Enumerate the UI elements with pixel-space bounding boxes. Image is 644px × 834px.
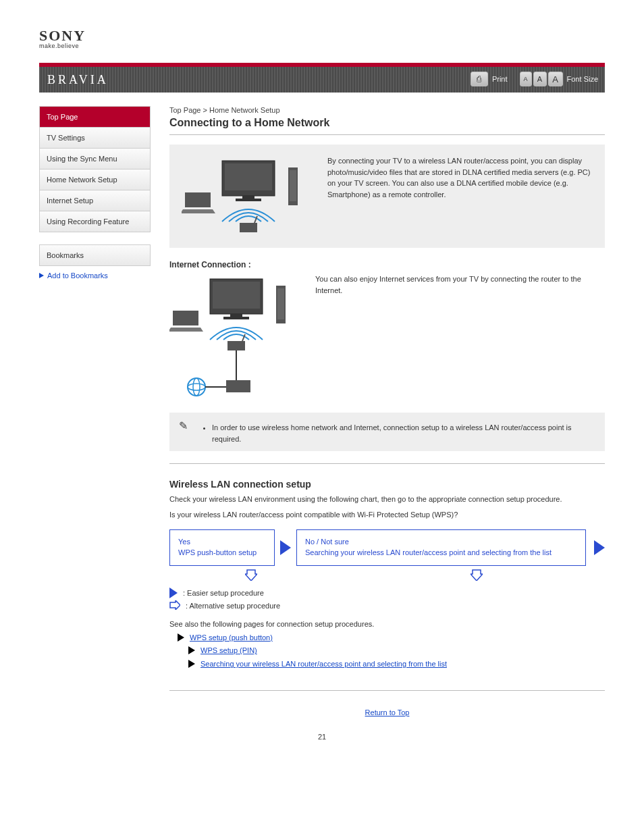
setup-intro: See also the following pages for connect…	[169, 618, 605, 631]
sidebar-item-internet-setup[interactable]: Internet Setup	[40, 190, 150, 211]
setup-link-wps-pin[interactable]: WPS setup (PIN)	[188, 644, 605, 658]
note-text: In order to use wireless home network an…	[212, 422, 595, 444]
print-button[interactable]: ⎙	[471, 72, 488, 86]
brand-logo: SONY make.believe	[39, 27, 605, 49]
divider	[169, 134, 605, 135]
setup-links: See also the following pages for connect…	[169, 618, 605, 671]
arrow-outline-icon	[169, 600, 180, 611]
svg-marker-27	[471, 570, 483, 581]
bookmarks-box[interactable]: Bookmarks	[39, 244, 151, 266]
setup-link-search-label: Searching your wireless LAN router/acces…	[200, 658, 447, 671]
page-number: 21	[39, 733, 605, 741]
wireless-setup-title: Wireless LAN connection setup	[169, 479, 605, 490]
svg-rect-4	[242, 196, 254, 199]
return-to-top-link[interactable]: Return to Top	[365, 708, 410, 716]
flow-box-no-l1: No / Not sure	[305, 537, 577, 548]
svg-rect-25	[226, 380, 250, 392]
breadcrumb: Top Page > Home Network Setup	[169, 106, 605, 114]
flow-box-yes-l1: Yes	[178, 537, 266, 548]
svg-rect-13	[213, 282, 260, 309]
home-network-panel: By connecting your TV to a wireless LAN …	[169, 145, 605, 248]
sidebar-item-tv-settings[interactable]: TV Settings	[40, 128, 150, 149]
add-bookmark-link[interactable]: Add to Bookmarks	[39, 271, 151, 280]
font-size-medium[interactable]: A	[533, 72, 547, 86]
setup-link-wps-push-label: WPS setup (push button)	[190, 631, 273, 645]
home-network-diagram	[182, 155, 317, 238]
print-group: ⎙ Print	[471, 72, 508, 86]
svg-marker-28	[170, 600, 180, 610]
font-size-label: Font Size	[567, 75, 598, 83]
flow-box-yes[interactable]: Yes WPS push-button setup	[169, 529, 275, 566]
flow-box-no[interactable]: No / Not sure Searching your wireless LA…	[296, 529, 586, 566]
svg-marker-11	[169, 328, 203, 332]
flow-box-no-l2: Searching your wireless LAN router/acces…	[305, 548, 577, 558]
arrow-right-icon	[188, 660, 195, 668]
sidebar-item-sync-menu[interactable]: Using the Sync Menu	[40, 149, 150, 170]
divider	[169, 463, 605, 464]
sidebar-menu: Top Page TV Settings Using the Sync Menu…	[39, 106, 151, 232]
svg-rect-7	[290, 170, 296, 201]
banner: BRAVIA ⎙ Print A A A Font Size	[39, 63, 605, 93]
setup-link-search[interactable]: Searching your wireless LAN router/acces…	[188, 658, 605, 671]
sidebar-item-home-network[interactable]: Home Network Setup	[40, 170, 150, 190]
sidebar-item-recording[interactable]: Using Recording Feature	[40, 211, 150, 232]
svg-marker-1	[182, 209, 215, 213]
svg-rect-17	[277, 288, 284, 319]
page-title: Connecting to a Home Network	[169, 117, 605, 129]
add-bookmark-label: Add to Bookmarks	[47, 271, 108, 280]
font-size-small[interactable]: A	[520, 72, 532, 86]
svg-point-21	[188, 378, 205, 396]
divider	[169, 690, 605, 691]
home-network-text: By connecting your TV to a wireless LAN …	[327, 155, 593, 200]
arrow-solid-icon	[169, 588, 178, 598]
brand-tagline: make.believe	[39, 43, 605, 49]
svg-rect-0	[185, 192, 211, 207]
arrow-right-icon	[594, 540, 605, 555]
setup-flow: Yes WPS push-button setup No / Not sure …	[169, 529, 605, 566]
flow-legend: : Easier setup procedure : Alternative s…	[169, 588, 605, 611]
setup-link-wps-push[interactable]: WPS setup (push button)	[178, 631, 605, 645]
arrow-right-icon	[280, 540, 291, 555]
svg-rect-15	[223, 317, 249, 319]
arrow-down-icon	[471, 569, 483, 581]
note-icon: ✎	[179, 419, 188, 432]
font-size-group: A A A Font Size	[520, 72, 598, 86]
legend-solid-text: : Easier setup procedure	[183, 589, 264, 597]
legend-outline-text: : Alternative setup procedure	[186, 602, 280, 610]
svg-rect-10	[173, 311, 198, 325]
print-icon: ⎙	[477, 74, 481, 84]
svg-marker-26	[245, 570, 257, 581]
svg-rect-5	[236, 199, 261, 201]
internet-connection-label: Internet Connection :	[169, 260, 605, 269]
internet-connection-diagram	[169, 273, 304, 407]
note-content: In order to use wireless home network an…	[198, 419, 595, 444]
svg-point-22	[188, 384, 205, 390]
wireless-setup-text-2: Is your wireless LAN router/access point…	[169, 509, 605, 521]
print-label: Print	[492, 75, 508, 83]
arrow-down-icon	[245, 569, 257, 581]
font-size-large[interactable]: A	[548, 72, 563, 86]
note-panel: ✎ In order to use wireless home network …	[169, 413, 605, 451]
svg-rect-3	[225, 163, 272, 190]
wireless-setup-text-1: Check your wireless LAN environment usin…	[169, 494, 605, 505]
arrow-right-icon	[39, 273, 44, 278]
svg-rect-18	[227, 341, 245, 350]
product-name: BRAVIA	[47, 73, 109, 87]
sidebar-item-top-page[interactable]: Top Page	[40, 107, 150, 128]
arrow-right-icon	[188, 646, 195, 654]
return-to-top[interactable]: Return to Top	[169, 708, 605, 716]
svg-point-23	[193, 378, 200, 396]
flow-box-yes-l2: WPS push-button setup	[178, 548, 266, 558]
setup-link-wps-pin-label: WPS setup (PIN)	[200, 644, 257, 658]
flow-down-arrows	[169, 569, 605, 581]
internet-connection-block: You can also enjoy Internet services fro…	[169, 273, 605, 407]
internet-connection-text: You can also enjoy Internet services fro…	[315, 273, 605, 296]
svg-rect-14	[230, 314, 242, 317]
svg-rect-8	[240, 223, 257, 232]
arrow-right-icon	[178, 633, 184, 642]
